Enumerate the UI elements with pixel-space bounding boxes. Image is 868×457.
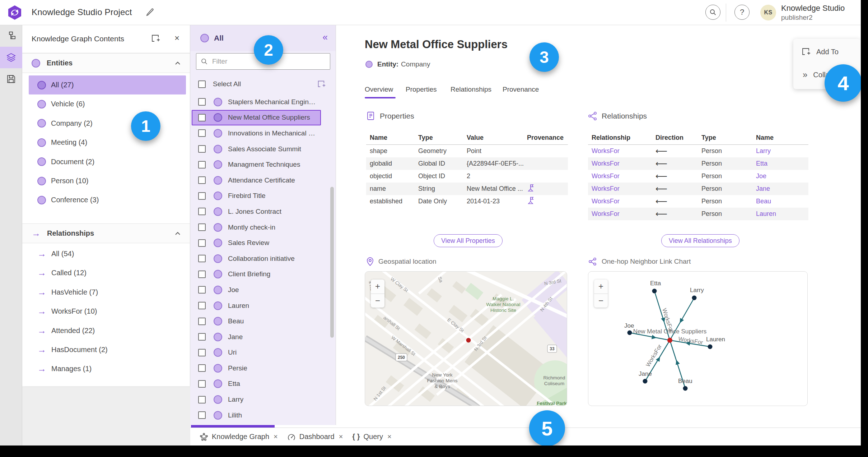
relationship-type-item[interactable]: →HasVehicle (7) xyxy=(29,283,186,302)
list-item[interactable]: Uri xyxy=(190,345,336,361)
node-lauren[interactable] xyxy=(708,345,713,349)
related-entity-link[interactable]: Beau xyxy=(752,198,808,205)
entity-type-item[interactable]: Company (2) xyxy=(29,114,186,133)
node-beau[interactable] xyxy=(683,386,688,391)
list-item[interactable]: Joe xyxy=(190,282,336,298)
node-jane[interactable] xyxy=(643,379,648,384)
relationship-type-item[interactable]: →HasDocument (2) xyxy=(29,340,186,359)
relationship-row[interactable]: WorksFor⟵PersonJoe xyxy=(588,170,808,183)
list-item-checkbox[interactable] xyxy=(198,114,206,121)
relationship-type-item[interactable]: →Manages (1) xyxy=(29,359,186,378)
relationship-row[interactable]: WorksFor⟵PersonBeau xyxy=(588,195,808,208)
related-entity-link[interactable]: Larry xyxy=(752,147,808,155)
list-item[interactable]: Sales Associate Summit xyxy=(190,141,336,157)
relationship-type-item[interactable]: →WorksFor (10) xyxy=(29,302,186,321)
list-item[interactable]: L. Jones Contract xyxy=(190,204,336,220)
list-item-checkbox[interactable] xyxy=(198,192,206,200)
property-row[interactable]: nameStringNew Metal Office ... xyxy=(366,183,568,195)
relationship-type-item[interactable]: →All (54) xyxy=(29,244,186,263)
list-item[interactable]: Lauren xyxy=(190,298,336,314)
list-item-checkbox[interactable] xyxy=(198,286,206,294)
property-row[interactable]: establishedDate Only2014-01-23 xyxy=(366,195,568,208)
list-item[interactable]: Firebird Title xyxy=(190,188,336,204)
list-item[interactable]: Lilith xyxy=(190,407,336,423)
list-item-checkbox[interactable] xyxy=(198,239,206,247)
entities-section-header[interactable]: Entities xyxy=(22,53,190,73)
relationship-row[interactable]: WorksFor⟵PersonJane xyxy=(588,183,808,195)
view-all-properties-button[interactable]: View All Properties xyxy=(434,234,503,247)
entity-type-item[interactable]: Conference (3) xyxy=(29,190,186,209)
relationship-link[interactable]: WorksFor xyxy=(588,210,652,218)
list-item-checkbox[interactable] xyxy=(198,364,206,372)
list-item-checkbox[interactable] xyxy=(198,208,206,215)
list-item-checkbox[interactable] xyxy=(198,255,206,262)
list-item-checkbox[interactable] xyxy=(198,129,206,137)
list-item-checkbox[interactable] xyxy=(198,271,206,278)
add-to-menu-item[interactable]: Add To xyxy=(793,44,861,60)
help-button[interactable]: ? xyxy=(734,5,750,20)
relationship-type-item[interactable]: →Called (12) xyxy=(29,263,186,282)
list-item-checkbox[interactable] xyxy=(198,318,206,325)
list-item[interactable]: Innovations in Mechanical Engin... xyxy=(190,125,336,141)
search-button[interactable] xyxy=(705,5,720,20)
provenance-flag-icon[interactable] xyxy=(527,184,534,192)
relationship-link[interactable]: WorksFor xyxy=(588,198,652,205)
list-item-checkbox[interactable] xyxy=(198,161,206,169)
list-item-checkbox[interactable] xyxy=(198,302,206,309)
select-all-checkbox[interactable] xyxy=(198,80,206,88)
list-item-checkbox[interactable] xyxy=(198,333,206,341)
relationships-section-header[interactable]: → Relationships xyxy=(22,223,190,243)
close-tab-icon[interactable]: × xyxy=(274,433,278,441)
property-row[interactable]: objectidObject ID2 xyxy=(366,170,568,183)
collapse-panel-icon[interactable]: « xyxy=(323,32,328,43)
provenance-flag-icon[interactable] xyxy=(527,197,534,204)
list-item[interactable]: Staplers Mechanical Engineering xyxy=(190,94,336,110)
list-item[interactable]: Collaboration initiative xyxy=(190,251,336,267)
tab-properties[interactable]: Properties xyxy=(406,86,437,93)
entity-type-item[interactable]: Document (2) xyxy=(29,152,186,171)
relationship-row[interactable]: WorksFor⟵PersonLauren xyxy=(588,208,808,220)
list-item-checkbox[interactable] xyxy=(198,380,206,388)
geospatial-map[interactable]: + − xyxy=(365,271,567,406)
list-item[interactable]: Jane xyxy=(190,329,336,345)
chart-zoom-in-button[interactable]: + xyxy=(594,280,608,294)
entity-type-item[interactable]: Meeting (4) xyxy=(29,133,186,152)
list-item-checkbox[interactable] xyxy=(198,176,206,184)
relationship-link[interactable]: WorksFor xyxy=(588,172,652,180)
select-all-row[interactable]: Select All xyxy=(190,75,336,93)
list-item[interactable]: Managment Techniques xyxy=(190,157,336,172)
list-item-checkbox[interactable] xyxy=(198,145,206,153)
relationship-link[interactable]: WorksFor xyxy=(588,185,652,193)
list-item[interactable]: New Metal Office Suppliers xyxy=(192,110,321,126)
node-etta[interactable] xyxy=(652,289,657,294)
related-entity-link[interactable]: Jane xyxy=(752,185,808,193)
chart-zoom-out-button[interactable]: − xyxy=(594,294,608,308)
property-row[interactable]: shapeGeometryPoint xyxy=(366,145,568,157)
view-all-relationships-button[interactable]: View All Relationships xyxy=(661,234,739,247)
tab-overview[interactable]: Overview xyxy=(365,86,393,93)
list-item-checkbox[interactable] xyxy=(198,411,206,419)
relationship-link[interactable]: WorksFor xyxy=(588,147,652,155)
rail-schema-button[interactable] xyxy=(0,25,22,47)
tab-relationships[interactable]: Relationships xyxy=(451,86,491,93)
list-item[interactable]: Sales Review xyxy=(190,235,336,251)
property-row[interactable]: globalidGlobal ID{A228944F-0EF5-... xyxy=(366,157,568,170)
bottom-tab-query[interactable]: { }Query× xyxy=(352,433,391,441)
relationship-type-item[interactable]: →Attended (22) xyxy=(29,321,186,340)
bottom-tab-dashboard[interactable]: Dashboard× xyxy=(287,433,343,441)
list-item[interactable]: Montly check-in xyxy=(190,220,336,235)
tab-provenance[interactable]: Provenance xyxy=(503,86,539,93)
node-center[interactable] xyxy=(667,338,672,343)
list-item[interactable]: Persie xyxy=(190,360,336,376)
relationship-link[interactable]: WorksFor xyxy=(588,160,652,167)
add-to-new-button[interactable] xyxy=(151,34,160,44)
related-entity-link[interactable]: Etta xyxy=(752,160,808,167)
node-larry[interactable] xyxy=(692,296,697,300)
list-item-checkbox[interactable] xyxy=(198,349,206,356)
close-tab-icon[interactable]: × xyxy=(387,433,392,441)
list-item[interactable]: Attendance Certificate xyxy=(190,172,336,188)
link-chart[interactable]: + − xyxy=(588,271,808,406)
relationship-row[interactable]: WorksFor⟵PersonLarry xyxy=(588,145,808,157)
related-entity-link[interactable]: Lauren xyxy=(752,210,808,218)
avatar[interactable]: KS xyxy=(760,5,776,20)
